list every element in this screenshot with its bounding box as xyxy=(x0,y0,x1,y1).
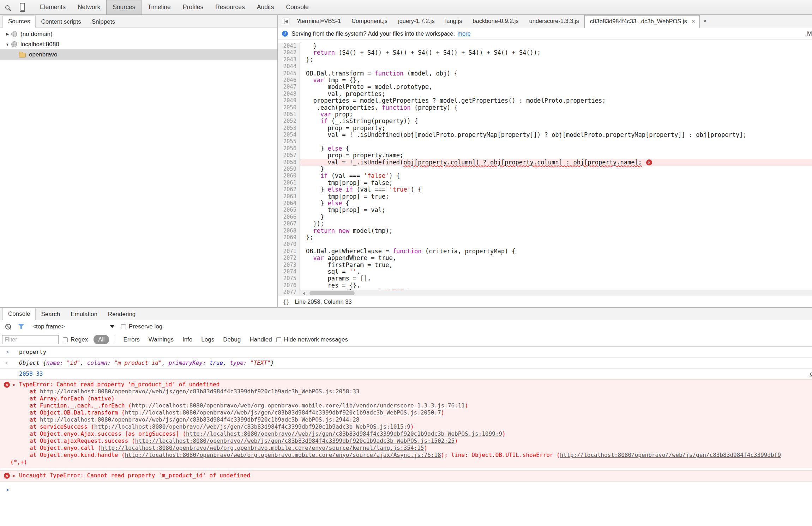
line-number[interactable]: 2069 xyxy=(278,234,300,241)
line-number[interactable]: 2058 xyxy=(278,159,300,166)
expand-arrow-icon[interactable]: ▶ xyxy=(13,472,16,479)
console-tab-console[interactable]: Console xyxy=(2,308,36,320)
code-text[interactable]: var prop; xyxy=(300,111,812,118)
preserve-log-label[interactable]: Preserve log xyxy=(129,323,162,330)
code-text[interactable]: firstParam = true, xyxy=(300,262,812,268)
preserve-log-checkbox[interactable] xyxy=(121,324,126,329)
code-text[interactable]: tmp[prop] = val; xyxy=(300,207,812,213)
line-number[interactable]: 2044 xyxy=(278,63,300,70)
code-text[interactable]: return new model(tmp); xyxy=(300,228,812,234)
panel-tab-audits[interactable]: Audits xyxy=(251,0,280,14)
panel-tab-resources[interactable]: Resources xyxy=(209,0,251,14)
code-text[interactable] xyxy=(300,241,812,248)
sources-subtab-snippets[interactable]: Snippets xyxy=(86,16,120,28)
tab-overflow-button[interactable]: » xyxy=(700,14,710,28)
inspect-element-button[interactable] xyxy=(0,0,15,14)
line-number[interactable]: 2063 xyxy=(278,193,300,200)
code-text[interactable]: } xyxy=(300,214,812,220)
tree-item-localhost-8080[interactable]: ▼localhost:8080 xyxy=(0,39,277,49)
panel-tab-network[interactable]: Network xyxy=(72,0,106,14)
line-number[interactable]: 2073 xyxy=(278,262,300,268)
frame-selector-dropdown-icon[interactable] xyxy=(110,325,114,328)
file-tab-backbone-0-9-2-js[interactable]: backbone-0.9.2.js xyxy=(467,15,524,28)
line-number[interactable]: 2065 xyxy=(278,207,300,213)
line-number[interactable]: 2072 xyxy=(278,255,300,261)
line-number[interactable]: 2064 xyxy=(278,200,300,207)
line-number[interactable]: 2074 xyxy=(278,268,300,275)
line-number[interactable]: 2068 xyxy=(278,228,300,234)
line-number[interactable]: 2062 xyxy=(278,186,300,193)
filter-funnel-icon[interactable] xyxy=(18,324,24,329)
code-text[interactable]: } else if (val === 'true') { xyxy=(300,186,812,193)
console-filter-all[interactable]: All xyxy=(94,335,109,344)
stack-url-link[interactable]: http://localhost:8080/openbravo/web/org.… xyxy=(125,452,441,458)
code-text[interactable]: val = !_.isUndefined(obj[modelProto.prop… xyxy=(300,132,812,138)
file-tab-component-js[interactable]: Component.js xyxy=(346,15,393,28)
panel-tab-elements[interactable]: Elements xyxy=(34,0,72,14)
code-text[interactable]: } else { xyxy=(300,145,812,152)
line-number[interactable]: 2046 xyxy=(278,77,300,84)
code-text[interactable]: }); xyxy=(300,220,812,227)
line-number[interactable]: 2041 xyxy=(278,43,300,49)
hide-navigator-icon[interactable] xyxy=(282,18,289,25)
close-tab-icon[interactable]: × xyxy=(691,19,695,24)
line-number[interactable]: 2066 xyxy=(278,214,300,220)
code-text[interactable]: var appendWhere = true, xyxy=(300,255,812,261)
scroll-left-arrow-icon[interactable] xyxy=(303,292,305,295)
code-text[interactable]: tmp[prop] = false; xyxy=(300,180,812,186)
line-number[interactable]: 2053 xyxy=(278,125,300,132)
stack-url-link[interactable]: http://localhost:8080/openbravo//web/js/… xyxy=(125,409,441,416)
file-tab-c83b83d984f4c33-dc3b-webpos-js[interactable]: c83b83d984f4c33...dc3b_WebPOS.js× xyxy=(584,15,700,28)
line-number[interactable]: 2059 xyxy=(278,166,300,173)
line-number[interactable]: 2071 xyxy=(278,248,300,255)
code-text[interactable]: }; xyxy=(300,56,812,63)
line-number[interactable]: 2067 xyxy=(278,220,300,227)
sources-subtab-content-scripts[interactable]: Content scripts xyxy=(36,16,86,28)
regex-checkbox[interactable] xyxy=(63,337,68,342)
expand-arrow-icon[interactable]: ▶ xyxy=(13,381,16,388)
line-number[interactable]: 2049 xyxy=(278,97,300,104)
file-tab-lang-js[interactable]: lang.js xyxy=(440,15,468,28)
code-text[interactable]: params = [], xyxy=(300,275,812,282)
line-number[interactable]: 2047 xyxy=(278,84,300,90)
code-text[interactable]: sql = '', xyxy=(300,268,812,275)
hide-network-checkbox[interactable] xyxy=(276,337,281,342)
stack-url-link[interactable]: http://localhost:8080/openbravo//web/js/… xyxy=(94,423,410,430)
stack-url-link[interactable]: http://localhost:8080/openbravo//web/js/… xyxy=(560,452,781,458)
console-filter-errors[interactable]: Errors xyxy=(123,336,139,343)
line-number[interactable]: 2075 xyxy=(278,275,300,282)
stack-url-link[interactable]: http://localhost:8080/openbravo//web/js/… xyxy=(40,388,359,395)
stack-url-link[interactable]: http://localhost:8080/openbravo//web/js/… xyxy=(186,430,502,437)
tree-item-no-domain[interactable]: ▶(no domain) xyxy=(0,29,277,39)
more-link[interactable]: more xyxy=(457,30,471,37)
line-number[interactable]: 2061 xyxy=(278,180,300,186)
code-text[interactable]: OB.Dal.getWhereClause = function (criter… xyxy=(300,248,812,255)
code-text[interactable]: val, properties; xyxy=(300,91,812,97)
stack-url-link[interactable]: http://localhost:8080/openbravo//web/js/… xyxy=(40,416,359,423)
frame-selector[interactable]: <top frame> xyxy=(32,323,65,330)
console-filter-info[interactable]: Info xyxy=(182,336,192,343)
disclosure-down-icon[interactable]: ▼ xyxy=(4,42,11,47)
code-text[interactable]: modelProto = model.prototype, xyxy=(300,84,812,90)
console-filter-debug[interactable]: Debug xyxy=(223,336,241,343)
code-text[interactable]: return (S4() + S4() + S4() + S4() + S4()… xyxy=(300,49,812,56)
tree-item-openbravo[interactable]: openbravo xyxy=(0,49,277,60)
line-number[interactable]: 2042 xyxy=(278,49,300,56)
line-number[interactable]: 2077 xyxy=(278,289,300,296)
file-tab-underscore-1-3-3-js[interactable]: underscore-1.3.3.js xyxy=(524,15,584,28)
code-editor[interactable]: 2041 }2042 return (S4() + S4() + S4() + … xyxy=(278,40,812,296)
code-text[interactable] xyxy=(300,138,812,145)
stack-url-link[interactable]: http://localhost:8080/openbravo/web/org.… xyxy=(132,402,465,409)
line-number[interactable]: 2043 xyxy=(278,56,300,63)
line-number[interactable]: 2050 xyxy=(278,104,300,111)
line-number[interactable]: 2048 xyxy=(278,91,300,97)
console-tab-emulation[interactable]: Emulation xyxy=(65,309,103,320)
code-text[interactable]: } xyxy=(300,43,812,49)
scrollbar-thumb[interactable] xyxy=(309,291,355,295)
clear-console-icon[interactable] xyxy=(5,324,11,329)
file-tab-terminal-vbs-1[interactable]: ?terminal=VBS-1 xyxy=(291,15,346,28)
filter-input[interactable] xyxy=(2,335,59,344)
code-text[interactable]: _.each(properties, function (property) { xyxy=(300,104,812,111)
line-number[interactable]: 2052 xyxy=(278,118,300,125)
panel-tab-sources[interactable]: Sources xyxy=(106,0,142,14)
